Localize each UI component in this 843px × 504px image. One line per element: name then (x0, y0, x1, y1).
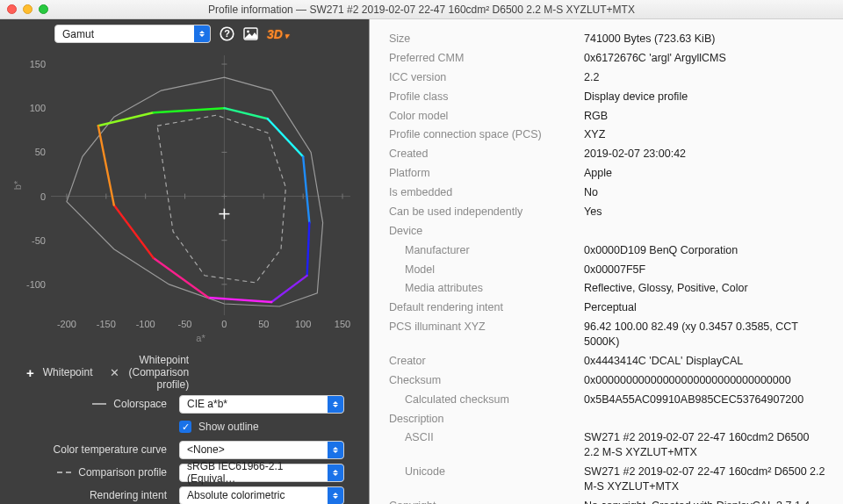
info-value: 0x4443414C 'DCAL' DisplayCAL (584, 354, 827, 369)
svg-line-37 (154, 108, 225, 112)
minimize-window[interactable] (23, 4, 32, 14)
save-image-icon[interactable] (243, 27, 258, 40)
svg-line-46 (98, 126, 114, 205)
whitepoint-label: Whitepoint (43, 366, 93, 378)
svg-point-3 (247, 31, 249, 33)
gamut-chart[interactable]: -200-150-100-50050100150-100-50050100150… (11, 48, 357, 347)
svg-text:-100: -100 (136, 319, 155, 329)
info-key: Calculated checksum (389, 392, 584, 407)
svg-text:150: 150 (335, 319, 350, 329)
info-key: Created (389, 147, 584, 162)
info-key: Profile class (389, 90, 584, 104)
ctc-select[interactable]: <None> (179, 441, 344, 459)
info-row: Color modelRGB (389, 109, 827, 124)
svg-line-42 (271, 276, 306, 302)
rendering-intent-select[interactable]: Absolute colorimetric (179, 486, 344, 505)
info-value: No copyright. Created with DisplayCAL 3.… (584, 499, 827, 504)
view-select-value: Gamut (62, 28, 194, 40)
info-value: 96.42 100.00 82.49 (xy 0.3457 0.3585, CC… (584, 320, 827, 349)
show-outline-checkbox[interactable] (179, 421, 191, 433)
ctc-label: Color temperature curve (54, 443, 167, 456)
info-value: SW271 #2 2019-02-07 22-47 160cdm2 D6500 … (584, 430, 827, 460)
info-key: PCS illuminant XYZ (389, 320, 584, 349)
info-key: ASCII (389, 430, 584, 460)
svg-text:0: 0 (221, 319, 227, 329)
info-row: Default rendering intentPerceptual (389, 300, 827, 315)
info-row: Size741000 Bytes (723.63 KiB) (389, 32, 827, 47)
info-value: Apple (584, 166, 827, 181)
svg-text:0: 0 (40, 191, 46, 202)
info-row: ASCIISW271 #2 2019-02-07 22-47 160cdm2 D… (389, 430, 827, 460)
info-key: Media attributes (389, 281, 584, 296)
info-value: 2019-02-07 23:00:42 (584, 147, 827, 162)
whitepoint-x-icon: ✕ (110, 366, 119, 379)
info-value: 0x6172676C 'argl' ArgyllCMS (584, 51, 827, 66)
3d-button[interactable]: 3D▾ (267, 27, 289, 41)
info-row: Creator0x4443414C 'DCAL' DisplayCAL (389, 354, 827, 369)
info-row: Is embeddedNo (389, 185, 827, 200)
view-select[interactable]: Gamut (54, 25, 211, 43)
info-key: Profile connection space (PCS) (389, 127, 584, 142)
info-key: Default rendering intent (389, 300, 584, 315)
profile-info-panel: Size741000 Bytes (723.63 KiB)Preferred C… (369, 19, 843, 504)
svg-text:b*: b* (12, 180, 23, 190)
info-row: UnicodeSW271 #2 2019-02-07 22-47 160cdm²… (389, 464, 827, 494)
info-value: 0x5B4A55AC09910AB985CEC53764907200 (584, 392, 827, 407)
info-value: Perceptual (584, 300, 827, 315)
info-key: Unicode (389, 464, 584, 494)
svg-text:-50: -50 (178, 319, 192, 329)
svg-text:-100: -100 (26, 279, 46, 290)
svg-text:-200: -200 (57, 319, 76, 329)
info-key: Description (389, 412, 584, 427)
rendering-intent-label: Rendering intent (90, 489, 167, 501)
info-row: Media attributesReflective, Glossy, Posi… (389, 281, 827, 296)
info-row: Checksum0x000000000000000000000000000000… (389, 373, 827, 388)
window-title: Profile information — SW271 #2 2019-02-0… (7, 4, 836, 16)
svg-line-36 (98, 112, 154, 126)
solid-line-icon (92, 403, 106, 405)
svg-text:-150: -150 (97, 319, 116, 329)
info-key: Color model (389, 109, 584, 124)
info-row: PlatformApple (389, 166, 827, 181)
info-key: Preferred CMM (389, 51, 584, 66)
info-row: Device (389, 224, 827, 239)
info-key: Platform (389, 166, 584, 181)
comparison-profile-select[interactable]: sRGB IEC61966-2.1 (Equival… (179, 464, 344, 482)
close-window[interactable] (7, 4, 17, 14)
info-key: ICC version (389, 70, 584, 85)
info-value: 0x0000D109 BenQ Corporation (584, 243, 827, 258)
svg-text:100: 100 (30, 103, 46, 113)
info-value: RGB (584, 109, 827, 124)
info-row: Created2019-02-07 23:00:42 (389, 147, 827, 162)
svg-text:-50: -50 (32, 235, 46, 246)
svg-text:?: ? (224, 28, 230, 39)
svg-line-44 (154, 258, 209, 298)
svg-line-39 (268, 119, 303, 156)
info-row: Profile classDisplay device profile (389, 90, 827, 104)
colorspace-select[interactable]: CIE a*b* (179, 395, 344, 414)
svg-text:50: 50 (258, 319, 269, 329)
help-icon[interactable]: ? (220, 26, 234, 41)
info-key: Size (389, 32, 584, 47)
info-value (584, 224, 827, 239)
info-value: 2.2 (584, 70, 827, 85)
svg-text:50: 50 (35, 147, 46, 157)
info-row: ICC version2.2 (389, 70, 827, 85)
titlebar: Profile information — SW271 #2 2019-02-0… (0, 0, 843, 19)
comparison-profile-label: Comparison profile (78, 466, 167, 479)
info-row: Preferred CMM0x6172676C 'argl' ArgyllCMS (389, 51, 827, 66)
svg-text:a*: a* (196, 333, 205, 343)
info-value: SW271 #2 2019-02-07 22-47 160cdm² D6500 … (584, 464, 827, 494)
info-key: Device (389, 224, 584, 239)
svg-line-41 (307, 223, 310, 276)
info-row: Can be used independentlyYes (389, 205, 827, 220)
show-outline-label: Show outline (198, 421, 259, 433)
info-value: 0x00007F5F (584, 263, 827, 277)
gamut-panel: Gamut ? 3D▾ -200-150-100-50050100150-100… (0, 19, 369, 504)
info-value: XYZ (584, 127, 827, 142)
info-key: Creator (389, 354, 584, 369)
maximize-window[interactable] (39, 4, 48, 14)
colorspace-label: Colorspace (113, 398, 167, 410)
info-key: Can be used independently (389, 205, 584, 220)
info-row: Manufacturer0x0000D109 BenQ Corporation (389, 243, 827, 258)
